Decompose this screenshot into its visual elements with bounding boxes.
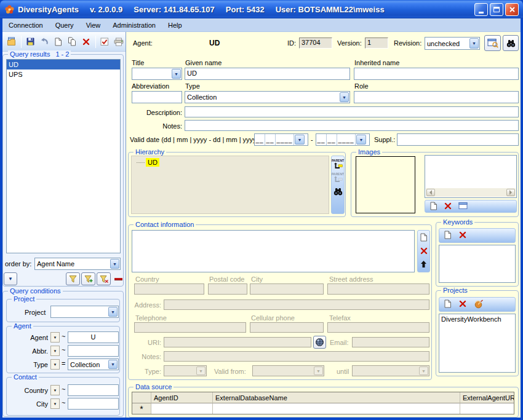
city-condition-input[interactable]: [68, 398, 119, 410]
revision-select[interactable]: unchecked ▼: [425, 37, 480, 50]
type-select[interactable]: Collection ▼: [185, 91, 350, 103]
until-label: until: [337, 368, 349, 375]
valid-date-from-picker[interactable]: __ __ ____ ▼: [254, 133, 308, 146]
images-hscrollbar[interactable]: [426, 188, 516, 197]
new-image-button[interactable]: [429, 202, 437, 212]
grid-column-externaldatabasename[interactable]: ExternalDatabaseName: [213, 392, 460, 403]
delete-icon: [82, 38, 90, 46]
delete-icon: [459, 300, 466, 307]
filter-add-button[interactable]: [81, 272, 95, 285]
undo-button[interactable]: [38, 34, 52, 49]
agent-operator-button[interactable]: ▼: [50, 332, 60, 343]
remove-condition-button[interactable]: [113, 272, 123, 285]
type-operator-button[interactable]: ▼: [50, 359, 60, 370]
set-parent-button[interactable]: PARENT: [332, 159, 344, 169]
grid-column-agentid[interactable]: AgentID: [151, 392, 213, 403]
window-title-user: User: BOTSAMML22\mweiss: [276, 5, 385, 14]
role-label: Role: [354, 82, 369, 90]
image-preview: [356, 156, 415, 213]
list-item[interactable]: DiversityWorkbench: [439, 314, 515, 324]
filter-button[interactable]: [66, 272, 80, 285]
projects-list[interactable]: DiversityWorkbench: [439, 314, 516, 373]
search-button[interactable]: [503, 35, 519, 51]
filter-panel-toggle-button[interactable]: ▼: [4, 272, 17, 285]
maximize-button[interactable]: [490, 3, 503, 16]
move-up-button[interactable]: [420, 260, 427, 269]
description-input[interactable]: [185, 106, 519, 117]
country-condition-input[interactable]: [68, 384, 119, 396]
scroll-right-button[interactable]: [506, 189, 515, 196]
keywords-list[interactable]: [439, 245, 516, 283]
grid-column-externalagenturi[interactable]: ExternalAgentURI: [460, 392, 514, 403]
chevron-down-icon[interactable]: ▼: [110, 259, 119, 269]
undo-icon: [39, 37, 49, 46]
delete-record-button[interactable]: [79, 34, 94, 49]
open-uri-button[interactable]: [313, 336, 326, 349]
hierarchy-search-button[interactable]: [333, 188, 343, 197]
new-project-button[interactable]: [444, 299, 452, 309]
workbench-button[interactable]: [474, 299, 484, 310]
abbr-operator-button[interactable]: ▼: [50, 346, 60, 356]
suppl-input[interactable]: [397, 133, 519, 146]
city-operator-button[interactable]: ▼: [50, 398, 60, 409]
hierarchy-node-selected[interactable]: UD: [146, 158, 159, 167]
query-results-list[interactable]: UD UPS: [6, 59, 121, 253]
grid-cell[interactable]: [460, 403, 514, 414]
images-list[interactable]: [425, 155, 517, 198]
abbreviation-input[interactable]: [132, 91, 182, 103]
notes-input[interactable]: [185, 120, 519, 131]
menu-view[interactable]: View: [80, 19, 107, 31]
toolbar-separator: [21, 36, 22, 48]
new-contact-button[interactable]: [420, 233, 428, 243]
hierarchy-tree[interactable]: UD: [131, 156, 329, 214]
delete-icon: [459, 231, 466, 239]
filter-clear-button[interactable]: [97, 272, 111, 285]
chevron-down-icon[interactable]: ▼: [108, 360, 118, 369]
contact-list[interactable]: [132, 230, 415, 272]
grid-cell[interactable]: [213, 403, 460, 414]
chevron-down-icon[interactable]: ▼: [172, 69, 181, 79]
menu-help[interactable]: Help: [162, 19, 188, 31]
close-button[interactable]: [505, 3, 519, 16]
list-item[interactable]: UPS: [7, 69, 120, 79]
copy-record-button[interactable]: [65, 34, 79, 49]
agent-condition-input[interactable]: U: [68, 331, 119, 343]
country-operator-button[interactable]: ▼: [50, 385, 60, 395]
delete-project-button[interactable]: [459, 300, 466, 309]
delete-contact-button[interactable]: [420, 247, 428, 256]
grid-cell[interactable]: [151, 403, 213, 414]
given-name-input[interactable]: UD: [185, 68, 350, 80]
menu-administration[interactable]: Administration: [106, 19, 162, 31]
chevron-down-icon[interactable]: ▼: [295, 135, 305, 145]
inherited-name-input[interactable]: [354, 68, 519, 80]
order-by-select[interactable]: Agent Name ▼: [34, 258, 121, 270]
delete-image-button[interactable]: [444, 202, 452, 211]
valid-from-select: ▼: [252, 365, 324, 376]
chevron-down-icon[interactable]: ▼: [469, 38, 479, 49]
chevron-down-icon[interactable]: ▼: [108, 307, 118, 317]
new-keyword-button[interactable]: [444, 231, 452, 240]
menu-connection[interactable]: Connection: [2, 19, 49, 31]
detail-view-button[interactable]: [484, 35, 501, 51]
menu-query[interactable]: Query: [49, 19, 80, 31]
close-icon: [509, 6, 516, 13]
project-select[interactable]: ▼: [50, 306, 119, 318]
scroll-left-button[interactable]: [426, 189, 435, 196]
chevron-down-icon[interactable]: ▼: [356, 135, 366, 145]
title-select[interactable]: ▼: [132, 68, 182, 80]
chevron-down-icon[interactable]: ▼: [340, 92, 349, 102]
valid-date-to-picker[interactable]: __ __ ____ ▼: [316, 133, 370, 146]
city-operator: ~: [62, 399, 65, 406]
abbr-condition-input[interactable]: [68, 345, 119, 357]
delete-keyword-button[interactable]: [459, 231, 466, 240]
print-button[interactable]: [111, 34, 126, 49]
open-image-window-button[interactable]: [458, 202, 468, 211]
role-input[interactable]: [354, 91, 519, 103]
new-record-button[interactable]: [51, 34, 65, 49]
spellcheck-button[interactable]: [98, 34, 112, 49]
list-item[interactable]: UD: [7, 60, 120, 69]
minimize-button[interactable]: [474, 3, 488, 16]
type-condition-select[interactable]: Collection ▼: [68, 359, 119, 370]
connection-button[interactable]: [5, 34, 19, 49]
save-button[interactable]: [23, 34, 38, 49]
